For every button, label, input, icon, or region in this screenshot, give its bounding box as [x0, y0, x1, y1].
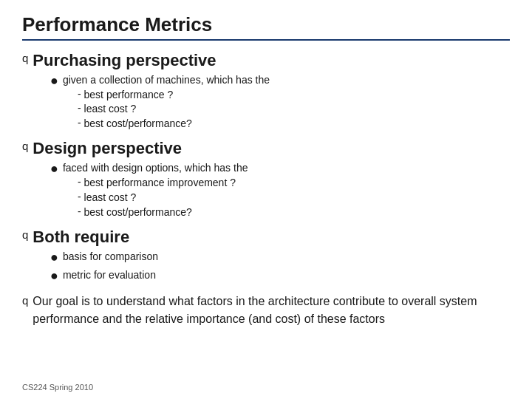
bullet-text-both-1: metric for evaluation: [63, 268, 156, 283]
footer-text: CS224 Spring 2010: [22, 383, 93, 392]
bullet-item-purchasing-0: ● given a collection of machines, which …: [50, 73, 510, 132]
q-bullet-4: q: [22, 294, 28, 307]
section-header-design: q Design perspective: [22, 139, 510, 158]
dot-bullet: ●: [50, 72, 58, 90]
dash-items-design: - best performance improvement ? - least…: [78, 176, 248, 219]
bullet-content-design-0: faced with design options, which has the…: [63, 161, 248, 219]
q-bullet-2: q: [22, 140, 28, 152]
final-text-container: q Our goal is to understand what factors…: [22, 293, 510, 328]
slide-title: Performance Metrics: [22, 13, 510, 36]
content-area: q Purchasing perspective ● given a colle…: [22, 51, 510, 328]
dash-items-purchasing: - best performance ? - least cost ? - be…: [78, 88, 270, 132]
section-purchasing: q Purchasing perspective ● given a colle…: [22, 51, 510, 132]
section-title-purchasing: Purchasing perspective: [33, 51, 216, 70]
dash-icon: -: [78, 102, 81, 114]
dash-text-design-1: least cost ?: [84, 191, 137, 205]
bullet-text-both-0: basis for comparison: [63, 250, 158, 265]
dash-icon: -: [78, 117, 81, 129]
dash-text-purchasing-2: best cost/performance?: [84, 117, 192, 131]
bullet-item-both-0: ● basis for comparison: [50, 250, 510, 267]
q-bullet-3: q: [22, 228, 28, 241]
dash-icon: -: [78, 191, 81, 202]
bullet-item-design-0: ● faced with design options, which has t…: [50, 161, 510, 219]
dash-text-purchasing-1: least cost ?: [84, 102, 137, 116]
sub-items-design: ● faced with design options, which has t…: [50, 161, 510, 219]
dash-item-design-0: - best performance improvement ?: [78, 176, 248, 190]
dash-icon: -: [78, 88, 81, 100]
sub-items-both: ● basis for comparison ● metric for eval…: [50, 250, 510, 285]
slide: Performance Metrics q Purchasing perspec…: [0, 0, 532, 399]
section-title-both: Both require: [33, 228, 129, 247]
dash-text-purchasing-0: best performance ?: [84, 88, 174, 102]
footer: CS224 Spring 2010: [22, 383, 93, 392]
final-section: q Our goal is to understand what factors…: [22, 293, 510, 328]
dash-item-purchasing-1: - least cost ?: [78, 102, 270, 116]
bullet-content-purchasing-0: given a collection of machines, which ha…: [63, 73, 270, 132]
bullet-item-both-1: ● metric for evaluation: [50, 268, 510, 285]
section-title-design: Design perspective: [33, 139, 182, 158]
bullet-text-design-0: faced with design options, which has the: [63, 162, 248, 174]
dash-item-purchasing-0: - best performance ?: [78, 88, 270, 102]
dot-bullet-both-1: ●: [50, 267, 58, 285]
section-header-purchasing: q Purchasing perspective: [22, 51, 510, 70]
dash-icon: -: [78, 176, 81, 188]
dash-item-design-1: - least cost ?: [78, 191, 248, 205]
dash-text-design-0: best performance improvement ?: [84, 176, 236, 190]
section-header-both: q Both require: [22, 228, 510, 247]
section-both: q Both require ● basis for comparison ● …: [22, 228, 510, 285]
dash-item-purchasing-2: - best cost/performance?: [78, 117, 270, 131]
dash-icon: -: [78, 205, 81, 217]
dash-text-design-2: best cost/performance?: [84, 205, 192, 219]
section-design: q Design perspective ● faced with design…: [22, 139, 510, 219]
final-paragraph: Our goal is to understand what factors i…: [33, 293, 510, 328]
title-container: Performance Metrics: [22, 13, 510, 41]
q-bullet-1: q: [22, 52, 28, 64]
dash-item-design-2: - best cost/performance?: [78, 205, 248, 219]
sub-items-purchasing: ● given a collection of machines, which …: [50, 73, 510, 132]
bullet-text-purchasing-0: given a collection of machines, which ha…: [63, 74, 270, 86]
dot-bullet-design: ●: [50, 160, 58, 178]
dot-bullet-both-0: ●: [50, 248, 58, 267]
